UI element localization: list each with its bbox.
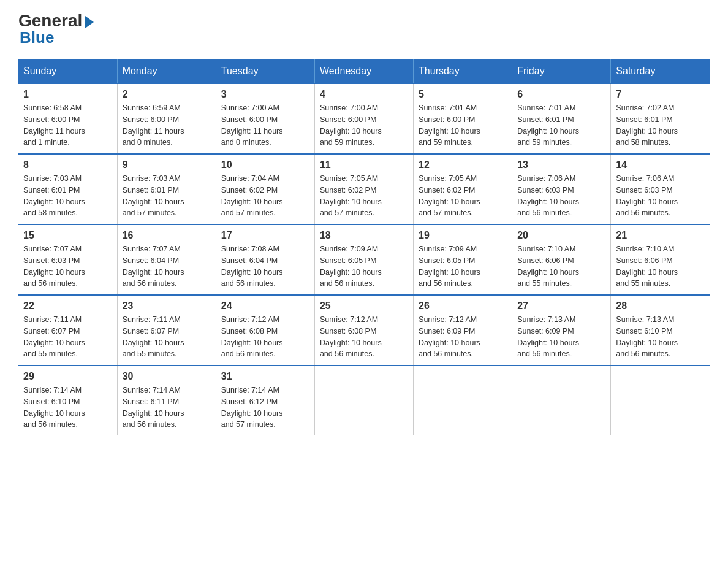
day-number: 7 [616,89,705,100]
calendar-cell: 18Sunrise: 7:09 AMSunset: 6:05 PMDayligh… [314,224,413,295]
day-number: 29 [23,371,112,382]
day-number: 12 [419,159,507,170]
calendar-cell: 11Sunrise: 7:05 AMSunset: 6:02 PMDayligh… [314,154,413,224]
day-number: 20 [517,230,605,241]
day-number: 11 [320,159,408,170]
calendar-cell: 30Sunrise: 7:14 AMSunset: 6:11 PMDayligh… [117,366,216,435]
calendar-cell: 31Sunrise: 7:14 AMSunset: 6:12 PMDayligh… [216,366,314,435]
logo-blue-text: Blue [18,28,54,47]
day-number: 16 [123,230,211,241]
calendar-cell: 14Sunrise: 7:06 AMSunset: 6:03 PMDayligh… [611,154,710,224]
calendar-cell: 21Sunrise: 7:10 AMSunset: 6:06 PMDayligh… [611,224,710,295]
day-info: Sunrise: 7:06 AMSunset: 6:03 PMDaylight:… [517,173,605,219]
day-info: Sunrise: 7:13 AMSunset: 6:10 PMDaylight:… [616,314,705,360]
day-info: Sunrise: 7:04 AMSunset: 6:02 PMDaylight:… [221,173,309,219]
calendar-cell [314,366,413,435]
calendar-table: SundayMondayTuesdayWednesdayThursdayFrid… [18,59,710,435]
day-header-wednesday: Wednesday [314,59,413,83]
day-number: 21 [616,230,705,241]
day-info: Sunrise: 7:01 AMSunset: 6:01 PMDaylight:… [517,102,605,148]
day-number: 14 [616,159,705,170]
calendar-cell: 25Sunrise: 7:12 AMSunset: 6:08 PMDayligh… [314,295,413,366]
calendar-cell: 1Sunrise: 6:58 AMSunset: 6:00 PMDaylight… [18,83,117,154]
day-info: Sunrise: 7:08 AMSunset: 6:04 PMDaylight:… [221,243,309,289]
day-number: 4 [320,89,408,100]
day-number: 23 [123,301,211,312]
day-info: Sunrise: 7:07 AMSunset: 6:04 PMDaylight:… [123,243,211,289]
calendar-cell: 24Sunrise: 7:12 AMSunset: 6:08 PMDayligh… [216,295,314,366]
calendar-cell [414,366,512,435]
page-header: General Blue [18,12,710,47]
calendar-cell: 4Sunrise: 7:00 AMSunset: 6:00 PMDaylight… [314,83,413,154]
day-info: Sunrise: 7:10 AMSunset: 6:06 PMDaylight:… [517,243,605,289]
calendar-cell: 10Sunrise: 7:04 AMSunset: 6:02 PMDayligh… [216,154,314,224]
day-info: Sunrise: 7:02 AMSunset: 6:01 PMDaylight:… [616,102,705,148]
calendar-cell: 23Sunrise: 7:11 AMSunset: 6:07 PMDayligh… [117,295,216,366]
day-info: Sunrise: 7:12 AMSunset: 6:08 PMDaylight:… [320,314,408,360]
day-number: 6 [517,89,605,100]
calendar-cell: 28Sunrise: 7:13 AMSunset: 6:10 PMDayligh… [611,295,710,366]
calendar-week-row: 22Sunrise: 7:11 AMSunset: 6:07 PMDayligh… [18,295,710,366]
day-info: Sunrise: 7:12 AMSunset: 6:09 PMDaylight:… [419,314,507,360]
day-number: 31 [221,371,309,382]
calendar-cell: 19Sunrise: 7:09 AMSunset: 6:05 PMDayligh… [414,224,512,295]
calendar-cell: 2Sunrise: 6:59 AMSunset: 6:00 PMDaylight… [117,83,216,154]
day-info: Sunrise: 7:14 AMSunset: 6:12 PMDaylight:… [221,385,309,431]
calendar-week-row: 15Sunrise: 7:07 AMSunset: 6:03 PMDayligh… [18,224,710,295]
day-info: Sunrise: 7:12 AMSunset: 6:08 PMDaylight:… [221,314,309,360]
calendar-cell: 29Sunrise: 7:14 AMSunset: 6:10 PMDayligh… [18,366,117,435]
day-info: Sunrise: 7:00 AMSunset: 6:00 PMDaylight:… [320,102,408,148]
day-header-thursday: Thursday [414,59,512,83]
calendar-cell: 6Sunrise: 7:01 AMSunset: 6:01 PMDaylight… [512,83,611,154]
day-info: Sunrise: 7:05 AMSunset: 6:02 PMDaylight:… [320,173,408,219]
day-number: 9 [123,159,211,170]
day-info: Sunrise: 7:11 AMSunset: 6:07 PMDaylight:… [123,314,211,360]
calendar-cell: 5Sunrise: 7:01 AMSunset: 6:00 PMDaylight… [414,83,512,154]
day-number: 22 [23,301,112,312]
calendar-cell: 12Sunrise: 7:05 AMSunset: 6:02 PMDayligh… [414,154,512,224]
calendar-cell: 15Sunrise: 7:07 AMSunset: 6:03 PMDayligh… [18,224,117,295]
day-number: 28 [616,301,705,312]
day-number: 27 [517,301,605,312]
day-header-monday: Monday [117,59,216,83]
day-info: Sunrise: 7:09 AMSunset: 6:05 PMDaylight:… [320,243,408,289]
calendar-cell: 27Sunrise: 7:13 AMSunset: 6:09 PMDayligh… [512,295,611,366]
calendar-cell: 7Sunrise: 7:02 AMSunset: 6:01 PMDaylight… [611,83,710,154]
day-header-saturday: Saturday [611,59,710,83]
day-info: Sunrise: 7:13 AMSunset: 6:09 PMDaylight:… [517,314,605,360]
calendar-cell: 16Sunrise: 7:07 AMSunset: 6:04 PMDayligh… [117,224,216,295]
day-number: 18 [320,230,408,241]
calendar-week-row: 1Sunrise: 6:58 AMSunset: 6:00 PMDaylight… [18,83,710,154]
calendar-header-row: SundayMondayTuesdayWednesdayThursdayFrid… [18,59,710,83]
calendar-cell: 26Sunrise: 7:12 AMSunset: 6:09 PMDayligh… [414,295,512,366]
day-info: Sunrise: 7:00 AMSunset: 6:00 PMDaylight:… [221,102,309,148]
calendar-week-row: 29Sunrise: 7:14 AMSunset: 6:10 PMDayligh… [18,366,710,435]
calendar-cell: 22Sunrise: 7:11 AMSunset: 6:07 PMDayligh… [18,295,117,366]
day-number: 13 [517,159,605,170]
day-info: Sunrise: 7:07 AMSunset: 6:03 PMDaylight:… [23,243,112,289]
day-header-tuesday: Tuesday [216,59,314,83]
day-header-sunday: Sunday [18,59,117,83]
day-info: Sunrise: 6:58 AMSunset: 6:00 PMDaylight:… [23,102,112,148]
day-number: 30 [123,371,211,382]
day-info: Sunrise: 7:14 AMSunset: 6:11 PMDaylight:… [123,385,211,431]
day-number: 24 [221,301,309,312]
calendar-cell: 8Sunrise: 7:03 AMSunset: 6:01 PMDaylight… [18,154,117,224]
logo: General Blue [18,12,94,47]
day-info: Sunrise: 6:59 AMSunset: 6:00 PMDaylight:… [123,102,211,148]
calendar-cell [512,366,611,435]
day-info: Sunrise: 7:06 AMSunset: 6:03 PMDaylight:… [616,173,705,219]
day-number: 19 [419,230,507,241]
day-number: 15 [23,230,112,241]
day-number: 26 [419,301,507,312]
day-number: 8 [23,159,112,170]
day-number: 10 [221,159,309,170]
calendar-cell: 20Sunrise: 7:10 AMSunset: 6:06 PMDayligh… [512,224,611,295]
day-info: Sunrise: 7:09 AMSunset: 6:05 PMDaylight:… [419,243,507,289]
day-info: Sunrise: 7:14 AMSunset: 6:10 PMDaylight:… [23,385,112,431]
day-number: 1 [23,89,112,100]
day-number: 5 [419,89,507,100]
calendar-week-row: 8Sunrise: 7:03 AMSunset: 6:01 PMDaylight… [18,154,710,224]
day-number: 3 [221,89,309,100]
calendar-cell [611,366,710,435]
